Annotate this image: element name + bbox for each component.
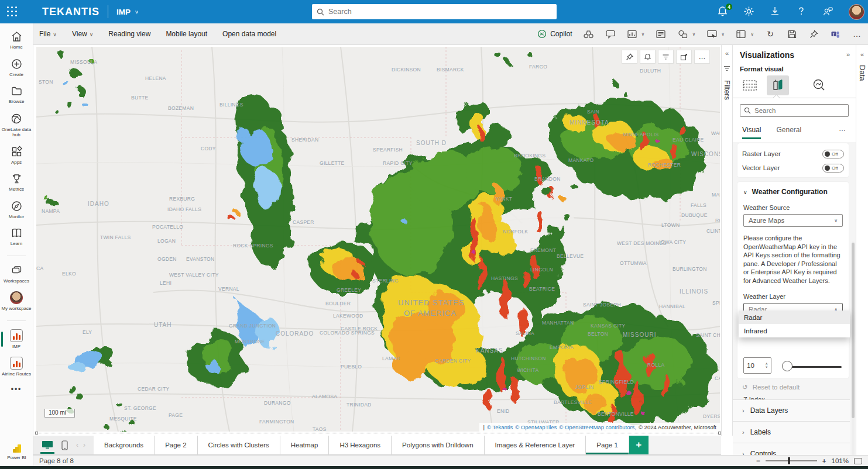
more-options-button[interactable]: … [852, 29, 862, 39]
format-settings-scroll[interactable]: Raster Layer Off Vector Layer Off ∨Weath… [733, 142, 856, 456]
page-tab[interactable]: Heatmap [280, 436, 330, 454]
notifications-button[interactable]: 4 [717, 6, 729, 18]
sidebar-item-onelake[interactable]: OneLake data hub [0, 112, 33, 138]
focus-mode-button[interactable] [677, 50, 691, 63]
prev-page-button[interactable]: ‹ [76, 441, 78, 449]
search-input[interactable] [328, 8, 552, 16]
dropdown-option[interactable]: Infrared [739, 324, 850, 337]
zoom-slider[interactable] [766, 460, 817, 461]
help-button[interactable] [796, 6, 808, 18]
refresh-button[interactable]: ↻ [765, 29, 776, 39]
global-search[interactable] [312, 4, 557, 19]
format-search[interactable] [740, 104, 849, 117]
attribution-link[interactable]: © OpenStreetMap contributors, [559, 424, 636, 430]
page-tab[interactable]: Backgrounds [94, 436, 155, 454]
weather-config-header[interactable]: ∨Weather Configuration [743, 188, 843, 196]
sidebar-item-home[interactable]: Home [0, 30, 33, 50]
comment-button[interactable] [605, 29, 616, 39]
opacity-stepper[interactable]: 10 ∧∨ [743, 357, 771, 374]
visual-more-options-button[interactable]: … [695, 50, 709, 63]
stepper-arrows[interactable]: ∧∨ [766, 363, 768, 368]
sidebar-item-my-workspace[interactable]: My workspace [0, 291, 33, 312]
share-teams-button[interactable] [830, 29, 840, 39]
map-visual[interactable]: STONMISSOULAHELENABUTTEBOZEMANBILLINGSSH… [36, 47, 720, 432]
filters-pane-collapsed[interactable]: « Filters [721, 45, 733, 436]
sidebar-item-workspaces[interactable]: Workspaces [0, 264, 33, 284]
analytics-tab-icon[interactable] [808, 75, 830, 95]
add-visual-button[interactable] [627, 29, 637, 39]
expand-data-icon[interactable]: « [860, 51, 864, 58]
page-tab[interactable]: Page 1 [586, 436, 629, 454]
view-mode-button[interactable] [706, 29, 717, 39]
toggle-switch[interactable]: Off [822, 150, 844, 158]
page-tab[interactable]: Polygons with Drilldown [392, 436, 484, 454]
tab-general[interactable]: General [776, 126, 801, 139]
dropdown-option[interactable]: Radar [739, 311, 850, 324]
page-tab[interactable]: Page 2 [155, 436, 197, 454]
settings-button[interactable] [743, 6, 755, 18]
sidebar-item-browse[interactable]: Browse [0, 85, 33, 105]
format-search-input[interactable] [754, 107, 845, 114]
page-tab[interactable]: H3 Hexagons [329, 436, 392, 454]
sidebar-item-create[interactable]: Create [0, 58, 33, 78]
opacity-slider-knob[interactable] [782, 361, 792, 371]
waffle-menu-icon[interactable] [7, 6, 18, 17]
menu-file[interactable]: File∨ [39, 30, 57, 38]
chevron-down-icon[interactable]: ∨ [692, 32, 695, 37]
fields-tab-icon[interactable] [739, 75, 761, 95]
zoom-in-button[interactable]: + [822, 457, 826, 464]
sidebar-item-monitor[interactable]: Monitor [0, 200, 33, 220]
sidebar-item-airline-routes[interactable]: Airline Routes [0, 357, 33, 377]
chevron-down-icon[interactable]: ∨ [721, 32, 725, 37]
next-page-button[interactable]: › [83, 441, 85, 449]
chevron-down-icon[interactable]: ∨ [750, 32, 754, 37]
zoom-out-button[interactable]: − [756, 457, 760, 464]
feedback-button[interactable] [822, 6, 834, 18]
format-tab-icon-selected[interactable] [767, 75, 789, 95]
copilot-button[interactable]: Copilot [537, 29, 572, 39]
menu-view[interactable]: View∨ [72, 30, 93, 38]
alert-button[interactable] [640, 50, 655, 63]
pin-visual-button[interactable] [622, 50, 637, 63]
weather-source-select[interactable]: Azure Maps ∨ [743, 214, 843, 227]
menu-mobile-layout[interactable]: Mobile layout [166, 30, 207, 38]
user-avatar[interactable] [849, 4, 864, 20]
tab-visual[interactable]: Visual [742, 126, 761, 139]
page-tab[interactable]: Circles with Clusters [198, 436, 280, 454]
menu-open-data-model[interactable]: Open data model [222, 30, 276, 38]
attribution-link[interactable]: © Tekantis [487, 424, 513, 430]
page-layout-button[interactable] [736, 29, 746, 39]
text-box-button[interactable] [656, 29, 666, 39]
fit-to-page-button[interactable] [854, 458, 862, 464]
data-pane-collapsed[interactable]: « Data [856, 45, 868, 469]
mobile-view-button[interactable] [61, 440, 68, 450]
find-button[interactable] [584, 29, 594, 39]
sidebar-item-metrics[interactable]: Metrics [0, 173, 33, 192]
shapes-button[interactable] [677, 29, 688, 39]
reset-to-default[interactable]: ↺ Reset to default [742, 383, 800, 391]
more-nav-button[interactable]: ••• [11, 385, 22, 393]
sidebar-item-learn[interactable]: Learn [0, 227, 33, 247]
toggle-switch[interactable]: Off [822, 164, 844, 173]
format-section-row[interactable]: › Labels [733, 421, 850, 443]
filter-visual-button[interactable] [658, 50, 673, 63]
save-button[interactable] [787, 29, 797, 39]
sidebar-item-imp[interactable]: IMP [0, 329, 33, 350]
page-tab[interactable]: Images & Reference Layer [485, 436, 586, 454]
chevron-down-icon[interactable]: ∨ [135, 9, 139, 15]
attribution-link[interactable]: © OpenMapTiles [515, 424, 557, 430]
download-button[interactable] [770, 6, 781, 18]
add-page-button[interactable]: + [629, 436, 649, 454]
opacity-slider-track[interactable] [785, 366, 842, 368]
powerbi-footer[interactable]: Power BI [0, 443, 33, 460]
format-more-options[interactable]: … [839, 125, 846, 133]
format-section-row[interactable]: › Data Layers [733, 399, 850, 421]
chevron-down-icon[interactable]: ∨ [641, 32, 645, 37]
format-section-row[interactable]: › Controls [733, 443, 850, 456]
sidebar-item-apps[interactable]: Apps [0, 146, 33, 165]
menu-reading-view[interactable]: Reading view [108, 30, 150, 38]
expand-filters-icon[interactable]: « [725, 50, 729, 57]
zoom-slider-thumb[interactable] [788, 457, 790, 464]
panel-scrollbar[interactable] [852, 242, 855, 456]
app-logo[interactable]: TEKANTIS [42, 6, 100, 18]
